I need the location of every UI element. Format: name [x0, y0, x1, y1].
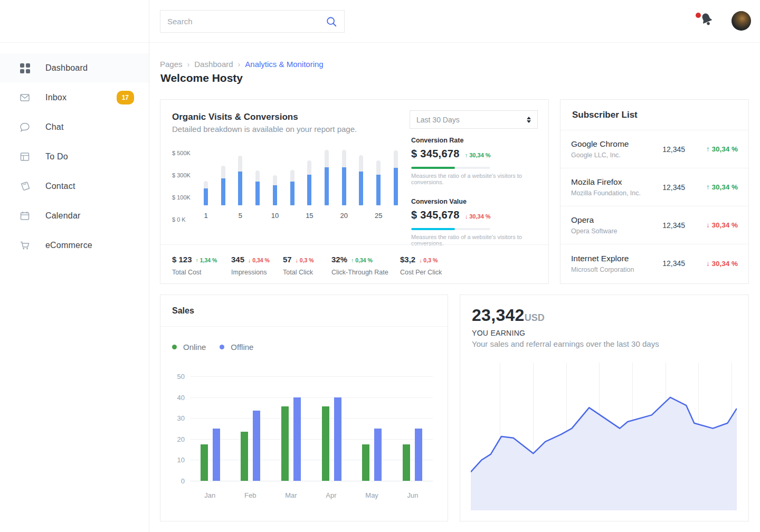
sidebar: DashboardInbox17ChatTo DoContactCalendar…: [0, 0, 149, 532]
legend-label: Online: [183, 343, 206, 352]
divider: [160, 244, 548, 245]
organic-bar-fill: [376, 175, 381, 205]
sales-bar-group: [201, 429, 220, 481]
organic-chart-plot: [204, 149, 398, 205]
x-tick-label: 15: [301, 212, 317, 220]
organic-bar: [325, 150, 329, 205]
subscriber-names: OperaOpera Software: [571, 215, 656, 235]
legend-label: Offline: [231, 343, 253, 352]
legend-item-offline[interactable]: Offline: [220, 343, 253, 352]
stat-value-row: 57↓ 0,3 %: [283, 255, 331, 264]
organic-bar-fill: [221, 178, 225, 205]
subscriber-rows: Google ChromeGoogle LLC, Inc.12,345↑ 30,…: [560, 130, 748, 282]
metric-value: $ 345,678: [411, 148, 460, 160]
legend-item-online[interactable]: Online: [172, 343, 206, 352]
earning-card: 23,342 USD YOU EARNING Your sales and re…: [460, 294, 749, 521]
earning-area-svg: [471, 363, 737, 510]
y-tick-label: 50: [177, 373, 185, 381]
subscriber-list-title: Subscriber List: [572, 110, 638, 120]
legend-dot: [172, 345, 177, 349]
stat-value: 57: [283, 255, 292, 264]
logo-area: [0, 0, 149, 43]
subscriber-names: Internet ExploreMicrosoft Corporation: [571, 254, 656, 273]
subscriber-name: Opera: [571, 215, 656, 225]
subscriber-row[interactable]: Internet ExploreMicrosoft Corporation12,…: [560, 244, 748, 282]
organic-bar: [238, 156, 242, 205]
sidebar-item-contact[interactable]: Contact: [0, 172, 149, 201]
sales-bar-online: [281, 406, 289, 481]
stat-value-row: 345↓ 0,34 %: [231, 255, 283, 264]
legend-dot: [220, 345, 224, 349]
sales-bar-offline: [334, 397, 341, 481]
date-range-value: Last 30 Days: [416, 116, 460, 124]
sales-chart-plot: [190, 376, 433, 481]
grid-icon: [19, 62, 31, 74]
y-tick-label: $ 100K: [172, 194, 191, 201]
stat-value-row: 32%↑ 0,34 %: [331, 255, 400, 264]
sales-bar-group: [403, 429, 422, 481]
sidebar-item-dashboard[interactable]: Dashboard: [0, 53, 149, 83]
subscriber-row[interactable]: Google ChromeGoogle LLC, Inc.12,345↑ 30,…: [560, 130, 748, 168]
y-tick-label: $ 0 K: [172, 216, 186, 223]
organic-bar: [255, 170, 260, 205]
subscriber-change: ↑ 30,34 %: [697, 145, 738, 153]
x-tick-label: May: [365, 491, 378, 499]
subscriber-row[interactable]: Mozila FirefoxMozilla Foundation, Inc.12…: [560, 168, 748, 206]
subscriber-names: Google ChromeGoogle LLC, Inc.: [571, 139, 656, 159]
sales-card: Sales OnlineOffline 50403020100 JanFebMa…: [160, 294, 448, 521]
notifications-button[interactable]: [699, 12, 717, 30]
y-tick-label: 40: [177, 394, 185, 402]
stat-label: Click-Through Rate: [331, 269, 400, 276]
main-content: Pages›Dashboard›Analytics & Monitoring W…: [149, 43, 760, 532]
sidebar-item-chat[interactable]: Chat: [0, 112, 149, 142]
x-tick-label: 5: [232, 212, 248, 220]
sales-bar-group: [281, 397, 301, 481]
stat-click-through-rate: 32%↑ 0,34 %Click-Through Rate: [331, 255, 400, 276]
sidebar-item-label: Inbox: [45, 93, 66, 102]
earning-label: YOU EARNING: [472, 329, 525, 337]
subscriber-names: Mozila FirefoxMozilla Foundation, Inc.: [571, 177, 656, 197]
search-input[interactable]: [167, 17, 326, 26]
sales-bar-online: [322, 406, 329, 481]
subscriber-row[interactable]: OperaOpera Software12,345↓ 30,34 %: [560, 206, 748, 244]
y-tick-label: $ 500K: [172, 150, 191, 156]
sidebar-item-to-do[interactable]: To Do: [0, 142, 149, 172]
dashboard-page: DashboardInbox17ChatTo DoContactCalendar…: [0, 0, 760, 532]
sales-bar-offline: [253, 411, 260, 481]
date-range-select[interactable]: Last 30 Days: [410, 110, 538, 129]
x-tick-label: Jan: [204, 491, 215, 499]
x-tick-label: 10: [267, 212, 283, 220]
mail-icon: [19, 92, 31, 103]
sidebar-item-ecommerce[interactable]: eCommerce: [0, 231, 149, 260]
breadcrumb-item[interactable]: Analytics & Monitoring: [245, 60, 323, 69]
breadcrumb-item[interactable]: Dashboard: [194, 60, 233, 69]
stat-delta: ↓ 0,3 %: [296, 257, 314, 263]
sidebar-item-inbox[interactable]: Inbox17: [0, 83, 149, 112]
x-tick-label: Apr: [326, 491, 336, 499]
sales-bar-online: [201, 444, 208, 481]
stats-row: $ 123↑ 1,34 %Total Cost345↓ 0,34 %Impres…: [172, 255, 442, 276]
subscriber-list-card: Subscriber List Google ChromeGoogle LLC,…: [560, 99, 749, 284]
sales-chart-yaxis: 50403020100: [168, 373, 185, 484]
stat-value: $ 123: [172, 255, 192, 264]
stat-label: Total Cost: [172, 269, 231, 276]
sidebar-item-calendar[interactable]: Calendar: [0, 201, 149, 231]
stat-label: Total Click: [283, 269, 331, 276]
search-icon[interactable]: [326, 16, 337, 27]
x-tick-label: 1: [198, 212, 214, 220]
breadcrumb-item[interactable]: Pages: [160, 60, 183, 69]
subscriber-change: ↑ 30,34 %: [697, 183, 738, 191]
sales-card-title: Sales: [172, 306, 194, 316]
avatar[interactable]: [732, 11, 751, 31]
breadcrumb-separator: ›: [187, 60, 190, 69]
metric-progress-track: [411, 228, 490, 230]
cart-icon: [19, 240, 31, 251]
breadcrumb-separator: ›: [238, 60, 241, 69]
y-tick-label: 20: [177, 435, 185, 443]
stat-value: 32%: [331, 255, 347, 264]
organic-bar-fill: [394, 168, 398, 205]
organic-bar: [307, 160, 311, 205]
organic-bar-fill: [255, 182, 260, 205]
page-title: Welcome Hosty: [160, 72, 243, 84]
sidebar-item-label: Calendar: [45, 211, 81, 221]
